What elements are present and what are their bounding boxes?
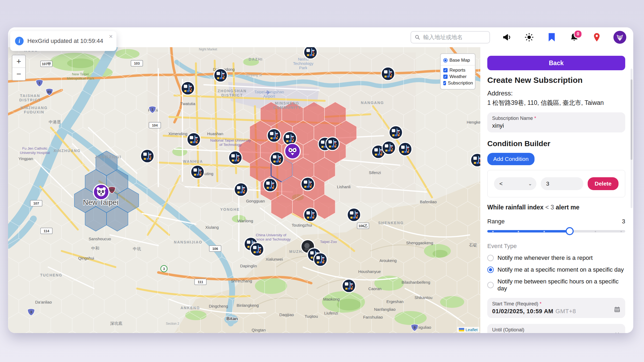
map-label: Shi'erzhang xyxy=(231,279,252,283)
map-label: Nanfangliao xyxy=(374,307,396,312)
panda-marker-icon[interactable] xyxy=(93,184,109,200)
report-marker-icon[interactable] xyxy=(141,149,154,163)
slider-thumb[interactable] xyxy=(566,227,574,235)
map-label: Shikantou xyxy=(415,295,433,300)
calendar-icon[interactable] xyxy=(614,332,620,333)
map-label: NANSHIJIAO xyxy=(174,240,202,244)
map-label: Huashan xyxy=(207,131,223,136)
layer-subscription[interactable]: ✓ Subscription xyxy=(443,80,472,86)
report-marker-icon[interactable] xyxy=(270,152,284,165)
svg-text:3: 3 xyxy=(30,310,32,314)
map-label: Bitan xyxy=(226,316,238,321)
calendar-icon[interactable] xyxy=(614,306,620,314)
subscription-name-field[interactable]: Subscription Name * xinyi xyxy=(487,112,625,132)
map-label: Ergeshan xyxy=(386,299,404,304)
address-value: 1 松智路39巷, 110, 信義區, 臺北市, Taiwan xyxy=(487,99,625,107)
report-marker-icon[interactable] xyxy=(187,133,200,146)
svg-text:1: 1 xyxy=(38,81,40,85)
search-box[interactable] xyxy=(411,31,490,43)
back-button[interactable]: Back xyxy=(487,56,625,70)
map-label: Toutingzhui xyxy=(292,223,312,227)
report-marker-icon[interactable] xyxy=(267,129,281,142)
map-label: NANGANG xyxy=(361,101,384,105)
event-type-option-2[interactable]: Notify me between specific hours on a sp… xyxy=(487,278,625,292)
info-icon: i xyxy=(15,37,24,45)
map-label: Twatutia xyxy=(180,101,196,106)
svg-text:64: 64 xyxy=(110,188,114,192)
report-marker-icon[interactable] xyxy=(191,165,204,179)
range-value: 3 xyxy=(622,218,625,225)
map-canvas[interactable]: ✈WUGUNight MarketDAZHIDalongdongBinjiang… xyxy=(8,47,480,333)
report-marker-icon[interactable] xyxy=(229,151,242,164)
range-label: Range xyxy=(487,218,505,225)
radio-unselected-icon xyxy=(487,255,494,261)
report-marker-icon[interactable] xyxy=(214,69,227,82)
svg-text:106乙: 106乙 xyxy=(358,224,368,228)
report-marker-icon[interactable] xyxy=(283,132,297,145)
location-pin-icon[interactable] xyxy=(591,31,603,43)
cat-marker-icon[interactable] xyxy=(285,143,300,159)
slider-tick xyxy=(518,231,519,232)
report-marker-icon[interactable] xyxy=(304,47,317,59)
event-type-option-1[interactable]: Notify me at a specific moment on a spec… xyxy=(487,266,625,273)
svg-text:114: 114 xyxy=(44,229,50,233)
zoom-in-button[interactable]: + xyxy=(12,55,25,68)
subscription-name-label: Subscription Name * xyxy=(492,116,620,121)
event-type-option-0[interactable]: Notify me whenever there is a report xyxy=(487,254,625,261)
map-label: Daqijiao xyxy=(279,312,294,317)
report-marker-icon[interactable] xyxy=(347,208,361,221)
map-label: TUCHENG xyxy=(40,273,62,277)
map-label: Gongguan xyxy=(246,199,265,203)
layer-weather[interactable]: ✓ Weather xyxy=(443,74,472,79)
map-label: Maokong xyxy=(323,297,340,301)
report-marker-icon[interactable] xyxy=(471,153,480,167)
start-time-value[interactable]: 01/02/2025, 10:59 AM GMT+8 xyxy=(492,308,620,315)
condition-row: < ⌄ 3 Delete xyxy=(487,170,625,197)
map-label: Fanshuliao xyxy=(363,315,383,319)
avatar[interactable] xyxy=(613,31,626,44)
zoom-out-button[interactable]: − xyxy=(12,68,25,80)
add-condition-button[interactable]: Add Condition xyxy=(487,153,535,165)
event-type-option-label: Notify me between specific hours on a sp… xyxy=(497,278,625,292)
delete-condition-button[interactable]: Delete xyxy=(588,177,619,190)
range-slider[interactable] xyxy=(487,227,625,235)
report-marker-icon[interactable] xyxy=(326,137,339,150)
report-marker-icon[interactable] xyxy=(264,178,277,192)
close-icon[interactable]: × xyxy=(109,33,113,40)
megaphone-icon[interactable] xyxy=(501,31,513,43)
threshold-input[interactable]: 3 xyxy=(541,177,583,190)
report-marker-icon[interactable] xyxy=(304,208,317,221)
leaflet-link[interactable]: Leaflet xyxy=(466,327,478,332)
road-shield-icon: 104 xyxy=(149,122,161,128)
report-marker-icon[interactable] xyxy=(342,279,356,293)
report-marker-icon[interactable] xyxy=(250,243,264,256)
layer-reports[interactable]: ✓ Reports xyxy=(443,68,472,73)
report-marker-icon[interactable] xyxy=(301,177,314,191)
panel-scrollbar[interactable] xyxy=(631,69,632,208)
report-marker-icon[interactable] xyxy=(234,183,248,196)
radio-selected-icon xyxy=(487,267,494,273)
sun-icon[interactable] xyxy=(523,31,535,43)
report-marker-icon[interactable] xyxy=(381,67,395,80)
bookmark-icon[interactable] xyxy=(546,31,558,43)
operator-select[interactable]: < ⌄ xyxy=(494,177,536,190)
subscription-name-value[interactable]: xinyi xyxy=(492,122,620,129)
svg-text:3: 3 xyxy=(163,267,165,271)
map-label: 石碇 xyxy=(469,243,477,247)
map-label: XINZHUANG xyxy=(53,149,80,153)
start-time-field[interactable]: Start Time (Required) * 01/02/2025, 10:5… xyxy=(487,298,625,318)
report-marker-icon[interactable] xyxy=(314,253,327,266)
report-marker-icon[interactable] xyxy=(389,126,402,139)
map-label: Tuqitou xyxy=(305,314,318,319)
report-marker-icon[interactable] xyxy=(181,82,195,95)
report-marker-icon[interactable] xyxy=(382,141,396,154)
report-marker-icon[interactable] xyxy=(398,142,412,156)
layer-base-map[interactable]: Base Map xyxy=(443,58,472,63)
bell-icon[interactable]: 0 xyxy=(568,31,580,43)
until-field[interactable]: Until (Optional) 01/03/2025 xyxy=(487,324,625,333)
map-label: Xialunwei xyxy=(266,257,283,261)
event-type-option-label: Notify me at a specific moment on a spec… xyxy=(497,266,624,273)
map-label: Sifenzi xyxy=(369,170,381,175)
map-label: Binlangkeng xyxy=(237,303,259,308)
search-input[interactable] xyxy=(423,34,486,41)
